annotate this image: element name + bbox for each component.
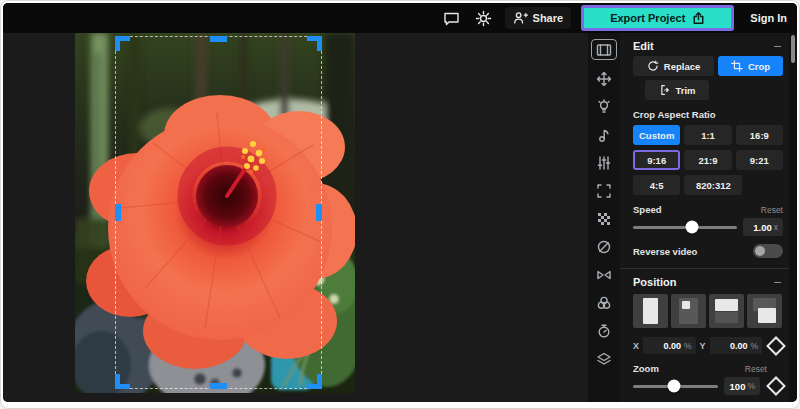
position-section-header: Position – bbox=[633, 273, 783, 290]
zoom-reset-button[interactable]: Reset bbox=[745, 364, 767, 374]
crop-handle-left[interactable] bbox=[115, 204, 121, 221]
zoom-value-field[interactable]: 100 % bbox=[724, 377, 760, 395]
crop-label: Crop bbox=[748, 61, 770, 72]
replace-button[interactable]: Replace bbox=[633, 56, 714, 76]
scrollbar-thumb[interactable] bbox=[791, 35, 795, 63]
aspect-option-9-21[interactable]: 9:21 bbox=[736, 150, 783, 170]
zoom-slider-thumb[interactable] bbox=[667, 380, 680, 393]
video-clip-icon[interactable] bbox=[591, 39, 617, 60]
upload-icon bbox=[692, 11, 705, 25]
editor-app: Share Export Project Sign In bbox=[3, 3, 797, 402]
top-bar: Share Export Project Sign In bbox=[3, 3, 797, 33]
position-x-field[interactable]: 0.00 % bbox=[643, 337, 695, 354]
transform-move-icon[interactable] bbox=[592, 69, 616, 88]
timer-icon[interactable] bbox=[592, 321, 616, 340]
checkered-background-icon[interactable] bbox=[592, 209, 616, 228]
toggle-knob bbox=[755, 246, 765, 256]
position-y-value: 0.00 bbox=[730, 341, 748, 351]
aspect-option-1-1[interactable]: 1:1 bbox=[684, 125, 731, 145]
crop-handle-right[interactable] bbox=[316, 204, 322, 221]
trim-label: Trim bbox=[675, 85, 695, 96]
layers-icon[interactable] bbox=[592, 349, 616, 368]
frame-corners-icon[interactable] bbox=[592, 181, 616, 200]
aspect-option-9-16[interactable]: 9:16 bbox=[633, 150, 680, 170]
export-label: Export Project bbox=[610, 12, 685, 24]
app-window: Share Export Project Sign In bbox=[0, 0, 800, 409]
crop-aspect-ratio-label: Crop Aspect Ratio bbox=[633, 109, 783, 120]
position-y-field[interactable]: 0.00 % bbox=[710, 337, 762, 354]
keyframe-diamond-icon[interactable] bbox=[766, 376, 786, 396]
crop-region[interactable] bbox=[115, 36, 322, 389]
edit-title: Edit bbox=[633, 40, 654, 52]
speed-label: Speed bbox=[633, 204, 662, 215]
settings-gear-icon[interactable] bbox=[473, 7, 495, 29]
trim-icon bbox=[658, 84, 670, 96]
crop-handle-bottom-right[interactable] bbox=[317, 374, 322, 389]
add-person-icon bbox=[513, 11, 528, 25]
align-top-left-icon[interactable] bbox=[671, 294, 706, 328]
crop-handle-top-left[interactable] bbox=[115, 36, 120, 51]
aspect-option-16-9[interactable]: 16:9 bbox=[736, 125, 783, 145]
collapse-icon[interactable]: – bbox=[772, 41, 783, 51]
lighting-icon[interactable] bbox=[592, 97, 616, 116]
position-y-unit: % bbox=[750, 341, 758, 351]
reverse-video-label: Reverse video bbox=[633, 246, 697, 257]
speed-unit: x bbox=[774, 222, 778, 232]
edit-section-header: Edit – bbox=[633, 37, 783, 54]
zoom-slider[interactable] bbox=[633, 385, 718, 388]
crop-button[interactable]: Crop bbox=[718, 56, 783, 76]
audio-note-icon[interactable] bbox=[592, 125, 616, 144]
crop-handle-bottom-left[interactable] bbox=[115, 374, 120, 389]
panel-scrollbar[interactable] bbox=[789, 33, 797, 402]
sign-in-button[interactable]: Sign In bbox=[744, 12, 793, 24]
aspect-option-custom[interactable]: Custom bbox=[633, 125, 680, 145]
position-y-label: Y bbox=[700, 341, 706, 351]
speed-reset-button[interactable]: Reset bbox=[761, 205, 783, 215]
replace-icon bbox=[647, 60, 659, 72]
tool-sidebar bbox=[588, 33, 620, 402]
speed-value-field[interactable]: 1.00 x bbox=[743, 218, 783, 236]
zoom-value: 100 bbox=[730, 381, 746, 392]
aspect-option-4-5[interactable]: 4:5 bbox=[633, 175, 680, 195]
collapse-icon[interactable]: – bbox=[772, 277, 783, 287]
zoom-label: Zoom bbox=[633, 363, 659, 374]
speed-slider[interactable] bbox=[633, 226, 737, 229]
position-x-label: X bbox=[633, 341, 639, 351]
aspect-option-820-312[interactable]: 820:312 bbox=[684, 175, 742, 195]
align-center-icon[interactable] bbox=[633, 294, 668, 328]
color-balance-icon[interactable] bbox=[592, 293, 616, 312]
speed-value: 1.00 bbox=[753, 222, 772, 233]
align-bottom-right-icon[interactable] bbox=[747, 294, 782, 328]
position-presets bbox=[633, 294, 783, 328]
aspect-ratio-grid: Custom 1:1 16:9 9:16 21:9 9:21 4:5 820:3… bbox=[633, 125, 783, 195]
section-divider bbox=[620, 268, 789, 269]
adjust-filters-icon[interactable] bbox=[592, 153, 616, 172]
aspect-option-21-9[interactable]: 21:9 bbox=[684, 150, 731, 170]
replace-label: Replace bbox=[664, 61, 700, 72]
export-project-button[interactable]: Export Project bbox=[581, 5, 734, 31]
position-title: Position bbox=[633, 276, 676, 288]
align-top-half-icon[interactable] bbox=[709, 294, 744, 328]
position-x-unit: % bbox=[684, 341, 692, 351]
crop-handle-top[interactable] bbox=[210, 36, 227, 42]
preview-canvas[interactable] bbox=[3, 33, 588, 402]
zoom-unit: % bbox=[747, 381, 755, 391]
flip-icon[interactable] bbox=[592, 265, 616, 284]
crop-handle-bottom[interactable] bbox=[210, 383, 227, 389]
position-x-value: 0.00 bbox=[663, 341, 681, 351]
effects-disabled-icon[interactable] bbox=[592, 237, 616, 256]
trim-button[interactable]: Trim bbox=[645, 80, 709, 100]
comment-icon[interactable] bbox=[441, 7, 463, 29]
crop-icon bbox=[731, 60, 743, 72]
speed-slider-thumb[interactable] bbox=[686, 221, 699, 234]
share-button[interactable]: Share bbox=[505, 7, 572, 29]
reverse-video-toggle[interactable] bbox=[753, 244, 783, 258]
crop-handle-top-right[interactable] bbox=[317, 36, 322, 51]
edit-panel: Edit – Replace Crop Trim Crop Aspect Rat… bbox=[620, 33, 789, 402]
keyframe-diamond-icon[interactable] bbox=[766, 336, 786, 356]
share-label: Share bbox=[533, 12, 564, 24]
